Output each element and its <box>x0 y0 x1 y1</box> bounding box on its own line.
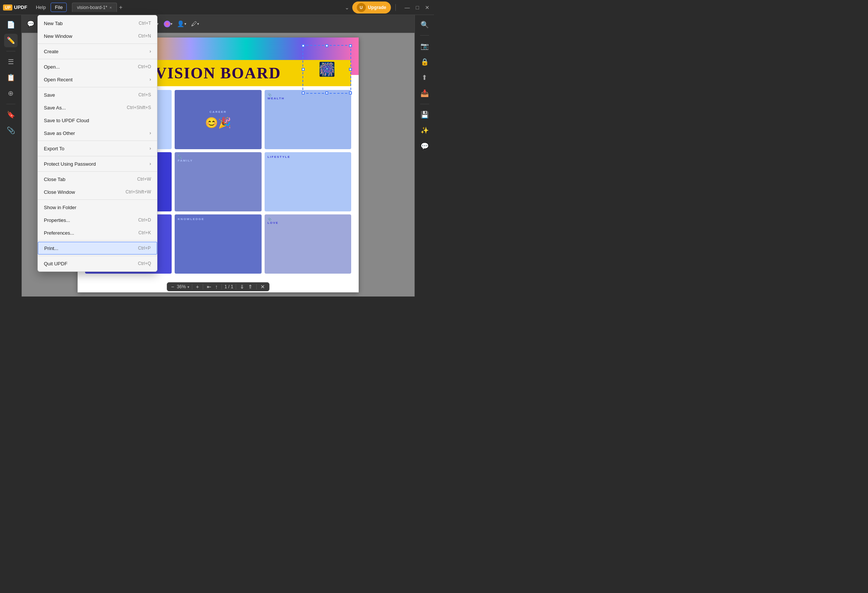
menu-properties[interactable]: Properties... Ctrl+D <box>38 214 157 226</box>
menu-save-other-label: Save as Other <box>44 130 75 136</box>
menu-export-label: Export To <box>44 146 64 151</box>
menu-close-window[interactable]: Close Window Ctrl+Shift+W <box>38 186 157 198</box>
window-controls: — □ ✕ <box>403 4 431 11</box>
menu-preferences[interactable]: Preferences... Ctrl+K <box>38 226 157 239</box>
cell-lifestyle-label: LIFESTYLE <box>268 155 348 159</box>
tab-add-btn[interactable]: + <box>119 4 123 11</box>
tab-vision-board[interactable]: vision-board-1* × <box>72 3 117 12</box>
menu-sep-3 <box>38 87 157 87</box>
right-save-btn[interactable]: 💾 <box>418 108 431 121</box>
menu-sep-2 <box>38 59 157 59</box>
menu-save-as-label: Save As... <box>44 105 66 111</box>
menu-new-tab[interactable]: New Tab Ctrl+T <box>38 17 157 30</box>
menu-protect[interactable]: Protect Using Password › <box>38 157 157 170</box>
cell-career: CAREER 😊🎉 <box>175 90 261 149</box>
zoom-out-btn[interactable]: − <box>170 284 175 290</box>
tab-overflow-btn[interactable]: ⌄ <box>345 4 349 10</box>
menu-help[interactable]: Help <box>32 3 50 12</box>
titlebar-menu: Help File <box>32 3 67 12</box>
maximize-button[interactable]: □ <box>415 4 421 11</box>
cell-family: 📎 FAMILY <box>175 152 261 211</box>
right-comment-btn[interactable]: 💬 <box>418 139 431 153</box>
close-bar-btn[interactable]: ✕ <box>259 284 266 290</box>
sidebar-icon-add[interactable]: ⊕ <box>4 87 18 100</box>
menu-close-tab[interactable]: Close Tab Ctrl+W <box>38 173 157 186</box>
right-sep-1 <box>420 35 429 36</box>
sidebar-icon-forms[interactable]: 📋 <box>4 71 18 84</box>
menu-save-cloud[interactable]: Save to UPDF Cloud <box>38 114 157 127</box>
right-inbox-btn[interactable]: 📥 <box>418 87 431 100</box>
zoom-controls: − 36% ▾ + ⇤ ↑ 1 / 1 ⇓ ⇑ ✕ <box>167 282 270 291</box>
page-indicator: 1 / 1 <box>224 284 233 289</box>
menu-create[interactable]: Create › <box>38 45 157 58</box>
menu-file[interactable]: File <box>51 3 67 12</box>
zoom-dropdown-btn[interactable]: ▾ <box>187 285 189 289</box>
menu-create-label: Create <box>44 49 58 54</box>
menu-quit-shortcut: Ctrl+Q <box>138 261 151 266</box>
titlebar-right: U Upgrade — □ ✕ <box>352 1 431 13</box>
fit-page-btn[interactable]: ↑ <box>214 284 219 290</box>
menu-sep-6 <box>38 171 157 172</box>
menu-properties-shortcut: Ctrl+D <box>138 217 151 223</box>
zoom-sep-4 <box>236 284 236 289</box>
toolbar-sign-btn[interactable]: 🖊▾ <box>189 18 201 30</box>
fit-width-btn[interactable]: ⇤ <box>206 284 213 290</box>
menu-save[interactable]: Save Ctrl+S <box>38 88 157 101</box>
right-lock-btn[interactable]: 🔒 <box>418 55 431 69</box>
upgrade-button[interactable]: U Upgrade <box>352 1 391 13</box>
right-snapshot-btn[interactable]: 📷 <box>418 39 431 53</box>
menu-protect-label: Protect Using Password <box>44 161 96 167</box>
menu-open-label: Open... <box>44 64 60 70</box>
right-panel: 🔍 📷 🔒 ⬆ 📥 💾 ✨ 💬 <box>415 15 434 296</box>
zoom-in-btn[interactable]: + <box>195 284 200 290</box>
menu-quit[interactable]: Quit UPDF Ctrl+Q <box>38 257 157 270</box>
sidebar-icon-bookmark[interactable]: 🔖 <box>4 108 18 121</box>
upgrade-label: Upgrade <box>368 5 386 10</box>
right-share-btn[interactable]: ⬆ <box>418 71 431 84</box>
menu-new-tab-label: New Tab <box>44 21 63 26</box>
close-button[interactable]: ✕ <box>424 4 431 11</box>
menu-close-tab-label: Close Tab <box>44 177 66 182</box>
cell-love: 📎 LOVE <box>265 214 351 274</box>
menu-export[interactable]: Export To › <box>38 142 157 155</box>
menu-save-as[interactable]: Save As... Ctrl+Shift+S <box>38 101 157 114</box>
menu-print-label: Print... <box>44 246 58 251</box>
right-ai-btn[interactable]: ✨ <box>418 124 431 137</box>
vision-board-title: VISION BOARD <box>155 64 281 82</box>
menu-open[interactable]: Open... Ctrl+O <box>38 60 157 73</box>
sidebar-icon-pages[interactable]: ☰ <box>4 55 18 69</box>
menu-protect-arrow: › <box>150 161 151 166</box>
sidebar-separator <box>6 51 15 51</box>
toolbar-color-btn[interactable]: ▾ <box>162 18 174 30</box>
cell-career-emoji: 😊🎉 <box>205 117 231 129</box>
app-logo-box: UP <box>3 4 12 10</box>
zoom-level: 36% <box>177 284 186 289</box>
menu-export-arrow: › <box>150 146 151 151</box>
next-page-btn[interactable]: ⇑ <box>247 284 254 290</box>
menu-print[interactable]: Print... Ctrl+P <box>38 242 157 255</box>
menu-close-window-shortcut: Ctrl+Shift+W <box>126 189 151 195</box>
menu-close-tab-shortcut: Ctrl+W <box>137 177 151 182</box>
menu-properties-label: Properties... <box>44 217 70 223</box>
menu-open-recent[interactable]: Open Recent › <box>38 73 157 86</box>
menu-show-folder[interactable]: Show in Folder <box>38 201 157 214</box>
toolbar-user-btn[interactable]: 👤▾ <box>175 18 187 30</box>
menu-create-arrow: › <box>150 49 151 54</box>
tab-close-btn[interactable]: × <box>109 5 112 10</box>
sidebar-icon-annotate[interactable]: ✏️ <box>4 34 18 47</box>
menu-sep-8 <box>38 240 157 241</box>
minimize-button[interactable]: — <box>403 4 412 11</box>
menu-save-other[interactable]: Save as Other › <box>38 127 157 139</box>
sidebar-icon-document[interactable]: 📄 <box>4 18 18 31</box>
menu-new-window[interactable]: New Window Ctrl+N <box>38 30 157 42</box>
toolbar-comment-btn[interactable]: 💬 <box>25 18 37 30</box>
right-search-btn[interactable]: 🔍 <box>418 18 431 31</box>
titlebar: UP UPDF Help File vision-board-1* × + ⌄ … <box>0 0 434 15</box>
menu-sep-1 <box>38 43 157 44</box>
avatar: U <box>357 3 366 12</box>
separator <box>395 4 396 11</box>
sidebar-icon-attachment[interactable]: 📎 <box>4 124 18 137</box>
menu-open-shortcut: Ctrl+O <box>138 64 151 69</box>
prev-page-btn[interactable]: ⇓ <box>239 284 245 290</box>
zoom-sep-2 <box>203 284 203 289</box>
